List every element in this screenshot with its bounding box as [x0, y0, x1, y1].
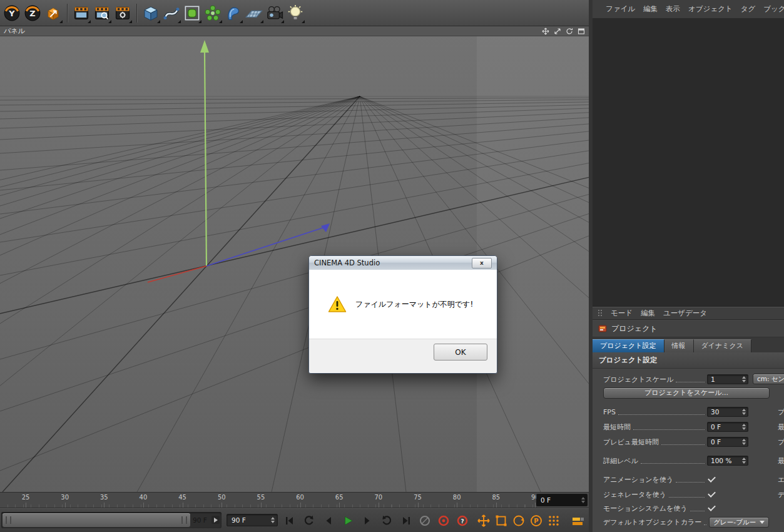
record-scale-toggle[interactable]: [494, 514, 508, 528]
camera-object-icon: [265, 4, 284, 23]
spinner-icon[interactable]: [742, 409, 746, 415]
record-rotation-toggle[interactable]: [512, 514, 526, 528]
render-region-button[interactable]: [92, 3, 112, 24]
preview-min-time-input[interactable]: 0 F: [707, 437, 748, 447]
menu-userdata[interactable]: ユーザデータ: [663, 309, 707, 318]
mini-layout-icon: [571, 514, 585, 528]
checkbox-checked-icon[interactable]: [708, 489, 716, 498]
perspective-viewport[interactable]: パネル: [0, 26, 589, 492]
pan-view-icon[interactable]: [542, 28, 549, 35]
record-disabled-button[interactable]: [418, 514, 432, 528]
scale-project-button[interactable]: プロジェクトをスケール...: [603, 387, 770, 399]
viewport-panel-menu[interactable]: パネル: [4, 26, 25, 36]
tab-dynamics[interactable]: ダイナミクス: [694, 339, 752, 352]
checkbox-checked-icon[interactable]: [708, 503, 716, 511]
drag-handle-icon[interactable]: [598, 309, 603, 318]
play-button[interactable]: [339, 513, 357, 529]
record-point-level-toggle[interactable]: [547, 514, 561, 528]
range-expand-button[interactable]: [211, 516, 220, 524]
detail-level-row: 詳細レベル 100 % 最: [603, 455, 748, 466]
section-title[interactable]: プロジェクト設定: [593, 352, 784, 369]
menu-edit2[interactable]: 編集: [641, 309, 655, 318]
play-loop-icon: [380, 514, 393, 527]
spinner-icon[interactable]: [742, 424, 746, 430]
tab-project-settings[interactable]: プロジェクト設定: [593, 339, 664, 352]
previous-frame-button[interactable]: [319, 513, 338, 529]
menu-mode[interactable]: モード: [611, 309, 633, 318]
spinner-icon[interactable]: [581, 497, 585, 503]
spinner-icon[interactable]: [742, 376, 746, 382]
fps-input[interactable]: 30: [707, 407, 748, 417]
chevron-down-icon: [760, 521, 765, 524]
project-scale-input[interactable]: 1: [707, 374, 748, 384]
toolbar-separator: [136, 4, 138, 23]
zoom-view-icon[interactable]: [554, 28, 561, 35]
range-end-field[interactable]: 90 F: [227, 514, 278, 526]
dotted-leader: [669, 497, 705, 498]
array-object-button[interactable]: [203, 3, 223, 24]
timeline-scrollbar-handle[interactable]: [3, 513, 190, 527]
clipped-label: 最: [778, 422, 784, 432]
dialog-close-button[interactable]: x: [472, 258, 492, 269]
spinner-icon[interactable]: [271, 517, 275, 523]
checkbox-checked-icon[interactable]: [708, 474, 716, 483]
camera-object-button[interactable]: [265, 3, 285, 24]
go-to-start-button[interactable]: [280, 513, 299, 529]
current-frame-field[interactable]: 0 F: [536, 494, 588, 506]
min-time-input[interactable]: 0 F: [707, 422, 748, 432]
ok-button[interactable]: OK: [434, 344, 487, 361]
menu-view[interactable]: 表示: [666, 4, 680, 14]
deformer-button[interactable]: [223, 3, 243, 24]
play-backwards-button[interactable]: [300, 513, 318, 529]
default-object-color-dropdown[interactable]: グレー-ブルー: [709, 517, 769, 528]
play-loop-button[interactable]: [377, 513, 396, 529]
menu-file[interactable]: ファイル: [606, 4, 635, 14]
play-small-icon: [214, 518, 218, 523]
playback-bar: 90 F 90 F: [0, 508, 589, 532]
next-frame-button[interactable]: [358, 513, 377, 529]
rotate-view-icon[interactable]: [566, 28, 573, 35]
menu-objects[interactable]: オブジェクト: [688, 4, 733, 14]
fps-row: FPS 30 プ: [603, 406, 748, 417]
timeline-scrollbar[interactable]: [1, 512, 221, 528]
render-settings-button[interactable]: [113, 3, 133, 24]
spinner-icon[interactable]: [742, 458, 746, 464]
spinner-icon[interactable]: [742, 439, 746, 445]
draw-spline-icon: [162, 4, 181, 23]
undo-button[interactable]: Z: [23, 3, 43, 24]
record-point-level-icon: [547, 514, 561, 528]
dialog-titlebar[interactable]: CINEMA 4D Studio x: [309, 256, 497, 270]
dialog-title: CINEMA 4D Studio: [314, 258, 380, 267]
mini-layout-button[interactable]: [571, 514, 586, 529]
detail-level-input[interactable]: 100 %: [707, 456, 748, 466]
add-cube-button[interactable]: [141, 3, 161, 24]
redo-button[interactable]: Y: [2, 3, 22, 24]
go-to-end-button[interactable]: [397, 513, 415, 529]
scale-unit-dropdown[interactable]: cm: セン: [753, 374, 784, 384]
ruler-tick-label: 75: [414, 494, 422, 501]
light-object-icon: [286, 4, 305, 23]
coordinate-system-button[interactable]: [43, 3, 63, 24]
cinema4d-window: Y Z: [0, 0, 784, 532]
record-position-toggle[interactable]: [477, 514, 491, 528]
record-keyframe-button[interactable]: [437, 514, 451, 528]
object-manager-list[interactable]: [593, 19, 784, 307]
light-object-button[interactable]: [285, 3, 305, 24]
menu-bookmarks[interactable]: ブック: [763, 4, 784, 14]
default-object-color-label: デフォルトオブジェクトカラー: [603, 518, 701, 527]
floor-object-button[interactable]: [244, 3, 264, 24]
toggle-panels-icon[interactable]: [578, 28, 585, 35]
clipped-label: 最: [778, 456, 784, 466]
tab-info[interactable]: 情報: [664, 339, 694, 352]
go-to-end-icon: [400, 514, 412, 527]
menu-edit[interactable]: 編集: [643, 4, 658, 14]
draw-spline-button[interactable]: [161, 3, 181, 24]
render-view-icon: [73, 4, 90, 22]
autokeying-help-button[interactable]: ?: [456, 514, 469, 528]
record-parameter-toggle[interactable]: P: [529, 514, 543, 528]
timeline-ruler[interactable]: 2530354045505560657075808590 0 F: [0, 492, 589, 508]
viewport-controls: [542, 28, 585, 35]
subdivision-surface-button[interactable]: [182, 3, 202, 24]
menu-tags[interactable]: タグ: [741, 4, 756, 14]
render-view-button[interactable]: [71, 3, 91, 24]
